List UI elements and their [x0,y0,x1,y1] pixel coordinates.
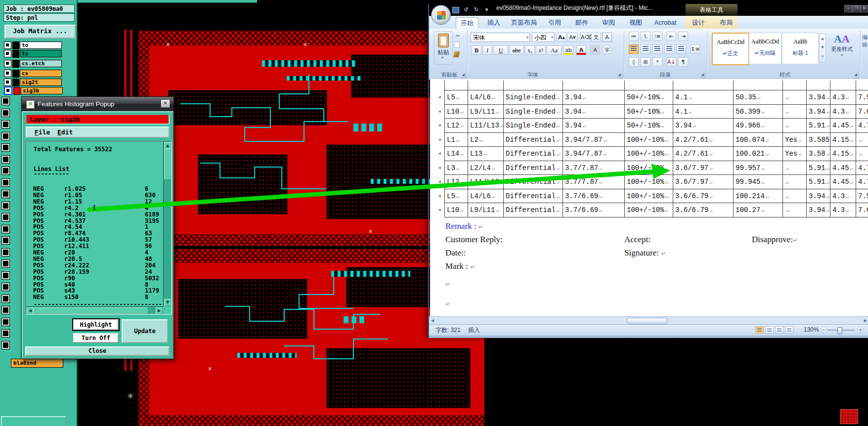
highlight-color-icon[interactable]: ab [564,45,573,55]
table-cell[interactable]: 4.1 [673,90,734,105]
layer-visibility-checkbox[interactable] [4,70,11,77]
borders-icon[interactable]: ⊞ [641,57,651,67]
table-cell[interactable]: 4.3 [830,189,856,204]
table-cell[interactable]: 100.074 [734,133,783,147]
table-cell[interactable]: 100+/-10% [625,133,673,147]
toolbar-checkbox[interactable] [2,167,9,174]
table-cell[interactable]: Differential [504,147,563,161]
table-cell[interactable]: 50+/-10% [625,119,673,133]
table-cell[interactable]: L2 [468,133,504,147]
style-card[interactable]: AaBbCcDd↵正文 [712,33,749,65]
multilevel-list-icon[interactable]: ⁝≡ [652,32,662,41]
zoom-in-icon[interactable]: + [857,327,864,333]
table-cell[interactable]: 100.021 [734,147,783,161]
toolbar-checkbox[interactable] [2,109,9,117]
tab-审阅[interactable]: 审阅 [598,17,619,28]
table-cell[interactable]: 4.7 [856,161,868,175]
close-icon[interactable]: ✕ [860,5,868,12]
tab-引用[interactable]: 引用 [544,17,565,28]
table-cell[interactable] [783,90,807,105]
table-cell[interactable]: 4.3 [830,203,856,217]
histogram-row[interactable]: POSs431179 [33,287,162,294]
table-cell[interactable]: 50.35 [734,90,783,105]
number-list-icon[interactable]: ⒈ [641,32,651,41]
phonetic-guide-icon[interactable]: 文 [591,33,601,42]
histogram-row[interactable]: NEGr1.05630 [33,192,162,198]
layer-visibility-checkbox[interactable] [4,42,11,49]
redo-icon[interactable]: ↻ [473,6,480,13]
undo-icon[interactable]: ↺ [462,6,470,13]
table-cell[interactable]: 100.27 [734,203,783,217]
toolbar-checkbox[interactable] [2,144,9,151]
style-card[interactable]: AaBbCcDd↵无间隔 [749,33,781,64]
layer-row-bla0znd[interactable]: bla0znd [11,359,63,368]
table-cell[interactable]: 3.6/6.79 [673,189,734,204]
table-cell[interactable]: L10 [444,105,468,119]
layer-visibility-checkbox[interactable] [4,86,12,95]
table-cell[interactable] [783,119,807,133]
character-border-icon[interactable]: A [602,33,612,42]
toolbar-checkbox[interactable] [2,283,9,291]
scroll-down-icon[interactable]: ▼ [164,299,171,306]
histogram-row[interactable]: NEGr204 [33,249,162,256]
toolbar-checkbox[interactable] [2,295,9,302]
tab-视图[interactable]: 视图 [625,17,646,28]
table-cell[interactable]: 7.5 [856,189,868,204]
table-cell[interactable]: 50.399 [734,105,783,119]
table-cell[interactable]: 7.6 [856,203,868,217]
font-size-select[interactable]: 小四▾ [532,33,555,42]
job-matrix-button[interactable]: Job Matrix ... [4,25,76,39]
table-cell[interactable]: 3.7/6.69 [563,189,625,204]
update-button[interactable]: Update [122,319,168,343]
font-button-U[interactable]: U [493,45,508,55]
scroll-right-icon[interactable]: ▶ [864,318,867,323]
asian-layout-icon[interactable]: ＊ [652,57,662,67]
qat-dropdown-icon[interactable]: ▾ [483,6,490,13]
font-button-x[interactable]: x² [536,45,546,55]
table-cell[interactable]: L13 [468,147,504,161]
paragraph-launcher-icon[interactable]: ◢ [700,73,705,78]
table-cell[interactable]: 100.214 [734,189,783,204]
table-cell[interactable]: 100+/-10% [625,147,673,161]
table-cell[interactable]: Single-Ended [504,105,563,119]
tab-布局[interactable]: 布局 [715,17,738,28]
tab-Acrobat[interactable]: Acrobat [647,17,684,28]
table-cell[interactable]: 4.15 [830,133,856,147]
table-cell[interactable]: 4.3 [830,90,856,105]
decrease-indent-icon[interactable]: ⇤ [666,32,676,41]
toolbar-checkbox[interactable] [2,318,9,326]
table-cell[interactable]: 3.94 [563,119,625,133]
toolbar-checkbox[interactable] [2,97,9,105]
table-cell[interactable] [856,81,868,90]
distribute-icon[interactable] [676,44,686,54]
menu-file[interactable]: File [35,128,50,136]
layer-name[interactable]: cs [20,70,62,77]
table-cell[interactable]: 100+/-10% [625,189,673,204]
menu-edit[interactable]: Edit [57,128,73,136]
table-cell[interactable]: 100+/-10% [625,161,673,175]
table-cell[interactable] [625,81,673,90]
histogram-row[interactable]: POSr12.41196 [33,243,162,249]
table-cell[interactable] [856,133,868,147]
layer-name[interactable]: to [20,42,62,49]
histogram-row[interactable]: POSr24.222204 [33,262,162,268]
zoom-level[interactable]: 130% [804,326,819,333]
table-cell[interactable]: 3.6/7.97 [673,161,734,175]
zoom-out-icon[interactable]: − [821,327,827,333]
line-spacing-icon[interactable]: ↕≡ [690,44,700,54]
enclose-characters-icon[interactable]: 字 [602,45,612,55]
increase-indent-icon[interactable]: ⇥ [678,32,688,41]
table-cell[interactable] [673,81,734,90]
highlight-button[interactable]: Highlight [73,319,119,330]
align-center-icon[interactable] [641,44,651,54]
table-cell[interactable]: 100+/-10% [625,203,673,217]
toolbar-checkbox[interactable] [2,179,9,186]
paste-button[interactable]: 粘贴 ▾ [434,31,453,65]
align-right-icon[interactable] [652,44,662,54]
table-cell[interactable]: 5.91 [807,175,830,189]
histogram-row[interactable]: POSr4.541 [33,223,162,230]
alert-icon[interactable] [840,409,858,424]
bullet-list-icon[interactable]: ≔ [629,32,639,41]
styles-launcher-icon[interactable]: ◢ [853,73,859,78]
clipboard-launcher-icon[interactable]: ◢ [461,73,466,78]
